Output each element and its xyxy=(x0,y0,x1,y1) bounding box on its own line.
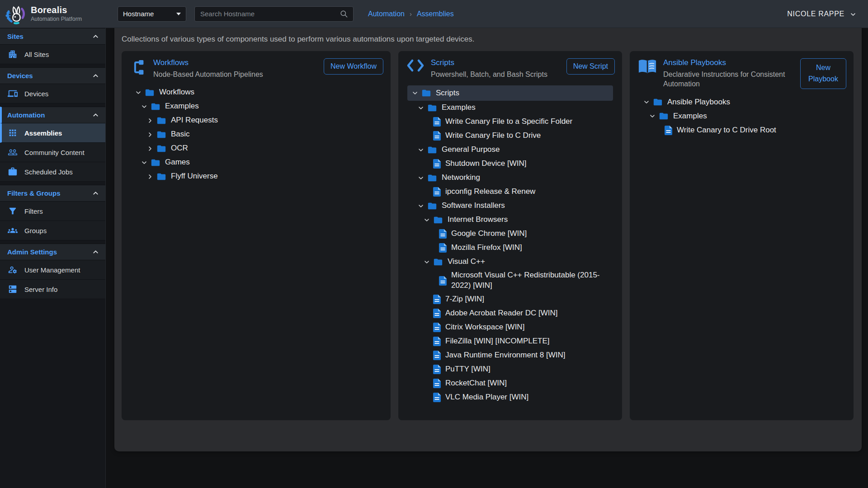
sidebar-item-user-management[interactable]: User Management xyxy=(0,260,105,280)
main-content: Assemblies Collections of various types … xyxy=(106,0,868,451)
sidebar-item-scheduled-jobs[interactable]: Scheduled Jobs xyxy=(0,162,105,182)
grid-icon xyxy=(8,128,18,138)
tree-folder-scripts[interactable]: Scripts xyxy=(407,85,613,101)
tree-file-7-zip-win[interactable]: 7-Zip [WIN] xyxy=(407,292,613,306)
tree-folder-visual-c[interactable]: Visual C++ xyxy=(407,255,613,269)
chevron-down-icon[interactable] xyxy=(418,147,424,153)
tree-file-shutdown-device-win[interactable]: Shutdown Device [WIN] xyxy=(407,157,613,171)
sidebar-item-assemblies[interactable]: Assemblies xyxy=(0,123,105,143)
sidebar-section-header-sites[interactable]: Sites xyxy=(0,28,105,45)
assembly-cards-row: WorkflowsNode-Based Automation Pipelines… xyxy=(122,51,854,420)
playbooks-tree: Ansible PlaybooksExamplesWrite Canary to… xyxy=(630,93,854,146)
tree-folder-games[interactable]: Games xyxy=(131,155,382,169)
breadcrumb-assemblies[interactable]: Assemblies xyxy=(417,10,454,18)
hostname-dropdown[interactable]: Hostname xyxy=(118,6,186,22)
new-script-button[interactable]: New Script xyxy=(566,58,615,75)
tree-file-filezilla-win-incomplete[interactable]: FileZilla [WIN] [INCOMPLETE] xyxy=(407,334,613,348)
tree-file-citrix-workspace-win[interactable]: Citrix Workspace [WIN] xyxy=(407,320,613,334)
chevron-down-icon[interactable] xyxy=(424,259,430,265)
sidebar-item-label: Community Content xyxy=(24,149,85,156)
folder-icon xyxy=(151,158,160,168)
tree-item-label: Workflows xyxy=(159,86,194,99)
folder-icon xyxy=(427,145,437,155)
new-playbook-button[interactable]: New Playbook xyxy=(800,58,846,89)
tree-item-label: Mozilla Firefox [WIN] xyxy=(451,241,522,254)
tree-file-microsoft-visual-c-redistributable-2015-2022-win[interactable]: Microsoft Visual C++ Redistributable (20… xyxy=(407,269,613,292)
tree-item-label: General Purpose xyxy=(442,143,500,156)
tree-folder-basic[interactable]: Basic xyxy=(131,127,382,141)
tree-file-java-runtime-environment-8-win[interactable]: Java Runtime Environment 8 [WIN] xyxy=(407,348,613,362)
sidebar: SitesAll SitesDevicesDevicesAutomationAs… xyxy=(0,28,106,488)
chevron-right-icon[interactable] xyxy=(147,145,153,152)
chevron-down-icon[interactable] xyxy=(418,105,424,111)
tree-file-putty-win[interactable]: PuTTY [WIN] xyxy=(407,362,613,376)
people-outline-icon xyxy=(8,147,18,157)
tree-folder-workflows[interactable]: Workflows xyxy=(131,85,382,99)
folder-icon xyxy=(427,173,437,183)
app-title: Borealis xyxy=(31,5,82,15)
chevron-down-icon[interactable] xyxy=(424,217,430,223)
user-name: NICOLE RAPPE xyxy=(787,10,844,18)
sidebar-section-admin-settings: Admin SettingsUser ManagementServer Info xyxy=(0,244,105,299)
panel-scripts: ScriptsPowershell, Batch, and Bash Scrip… xyxy=(398,51,622,420)
sidebar-item-all-sites[interactable]: All Sites xyxy=(0,45,105,64)
tree-item-label: OCR xyxy=(171,142,188,155)
sidebar-item-devices[interactable]: Devices xyxy=(0,84,105,103)
tree-folder-examples[interactable]: Examples xyxy=(407,101,613,115)
new-workflow-button[interactable]: New Workflow xyxy=(324,58,383,75)
sidebar-item-community-content[interactable]: Community Content xyxy=(0,143,105,162)
sidebar-section-header-admin-settings[interactable]: Admin Settings xyxy=(0,244,105,260)
tree-folder-ansible-playbooks[interactable]: Ansible Playbooks xyxy=(639,95,844,109)
tree-item-label: RocketChat [WIN] xyxy=(445,377,507,390)
chevron-down-icon[interactable] xyxy=(643,99,650,105)
tree-folder-software-installers[interactable]: Software Installers xyxy=(407,199,613,213)
sidebar-section-header-automation[interactable]: Automation xyxy=(0,107,105,123)
tree-folder-internet-browsers[interactable]: Internet Browsers xyxy=(407,213,613,227)
tree-file-write-canary-to-c-drive-root[interactable]: Write Canary to C Drive Root xyxy=(639,123,844,137)
tree-folder-examples[interactable]: Examples xyxy=(131,99,382,113)
tree-file-adobe-acrobat-reader-dc-win[interactable]: Adobe Acrobat Reader DC [WIN] xyxy=(407,306,613,320)
chevron-down-icon[interactable] xyxy=(649,113,656,119)
tree-file-ipconfig-release-renew[interactable]: ipconfig Release & Renew xyxy=(407,185,613,199)
tree-folder-ocr[interactable]: OCR xyxy=(131,141,382,155)
tree-folder-api-requests[interactable]: API Requests xyxy=(131,113,382,127)
sidebar-item-filters[interactable]: Filters xyxy=(0,202,105,221)
tree-folder-examples[interactable]: Examples xyxy=(639,109,844,123)
chevron-down-icon[interactable] xyxy=(141,160,147,166)
tree-item-label: Basic xyxy=(171,128,190,141)
sidebar-section-sites: SitesAll Sites xyxy=(0,28,105,64)
tree-folder-networking[interactable]: Networking xyxy=(407,171,613,185)
tree-file-google-chrome-win[interactable]: Google Chrome [WIN] xyxy=(407,227,613,241)
sidebar-section-header-devices[interactable]: Devices xyxy=(0,67,105,84)
chevron-right-icon[interactable] xyxy=(147,131,153,138)
chevron-right-icon[interactable] xyxy=(147,174,153,180)
chevron-right-icon[interactable] xyxy=(147,117,153,124)
user-menu[interactable]: NICOLE RAPPE xyxy=(787,10,856,18)
sidebar-section-label: Devices xyxy=(7,72,33,80)
tree-folder-general-purpose[interactable]: General Purpose xyxy=(407,143,613,157)
file-icon xyxy=(433,393,441,402)
tree-item-label: Networking xyxy=(442,171,480,184)
tree-item-label: Google Chrome [WIN] xyxy=(451,227,527,240)
tree-file-vlc-media-player-win[interactable]: VLC Media Player [WIN] xyxy=(407,390,613,404)
chevron-down-icon[interactable] xyxy=(135,89,142,96)
chevron-down-icon[interactable] xyxy=(418,203,424,209)
file-icon xyxy=(433,159,441,169)
tree-file-mozilla-firefox-win[interactable]: Mozilla Firefox [WIN] xyxy=(407,241,613,255)
sidebar-section-header-filters-groups[interactable]: Filters & Groups xyxy=(0,185,105,202)
app-logo-text: Borealis Automation Platform xyxy=(31,5,82,22)
search-input[interactable] xyxy=(199,9,340,18)
workflows-tree: WorkflowsExamplesAPI RequestsBasicOCRGam… xyxy=(122,83,391,192)
sidebar-item-groups[interactable]: Groups xyxy=(0,221,105,240)
tree-file-write-canary-file-to-c-drive[interactable]: Write Canary File to C Drive xyxy=(407,129,613,143)
tree-folder-flyff-universe[interactable]: Flyff Universe xyxy=(131,169,382,183)
chevron-down-icon[interactable] xyxy=(418,175,424,181)
tree-file-rocketchat-win[interactable]: RocketChat [WIN] xyxy=(407,376,613,390)
file-icon xyxy=(433,351,441,360)
panel-title: Scripts xyxy=(431,58,547,67)
breadcrumb-automation[interactable]: Automation xyxy=(368,10,405,18)
chevron-down-icon[interactable] xyxy=(412,90,418,96)
sidebar-item-server-info[interactable]: Server Info xyxy=(0,280,105,299)
tree-file-write-canary-file-to-a-specific-folder[interactable]: Write Canary File to a Specific Folder xyxy=(407,115,613,129)
chevron-down-icon[interactable] xyxy=(141,103,147,110)
